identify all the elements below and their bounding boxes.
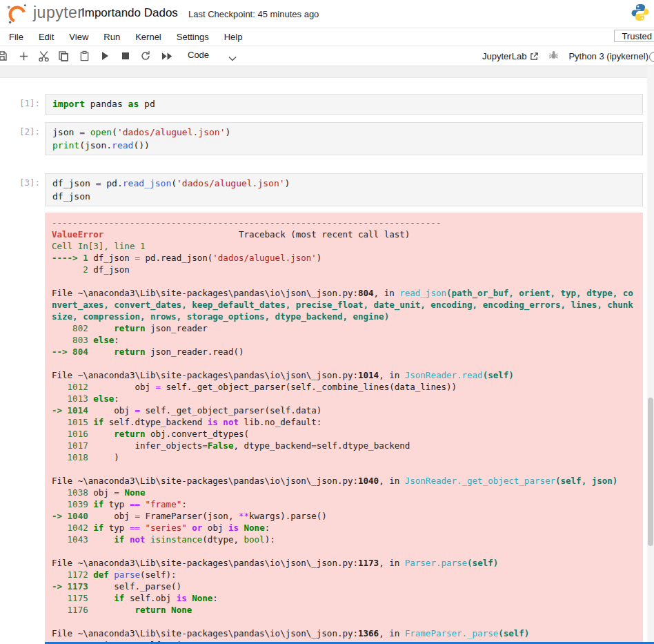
kernel-status-icon: [649, 52, 654, 62]
notebook-top-band: [0, 66, 654, 78]
code-line: import pandas as pd: [52, 97, 635, 110]
code-line: df_json: [52, 190, 635, 203]
menu-item-file[interactable]: File: [1, 32, 31, 42]
traceback: ----------------------------------------…: [45, 213, 643, 644]
paste-cell-button[interactable]: [77, 49, 91, 63]
add-cell-button[interactable]: [17, 49, 30, 63]
save-button[interactable]: [0, 49, 9, 63]
code-line: 1176 return None: [52, 604, 636, 616]
scrollbar-track[interactable]: [647, 66, 654, 644]
code-line: File ~\anaconda3\Lib\site-packages\panda…: [52, 369, 636, 381]
code-line: print(json.read()): [52, 139, 635, 152]
cut-cell-button[interactable]: [37, 49, 50, 63]
jupyter-logo-icon: [6, 3, 29, 25]
menu-items: FileEditViewRunKernelSettingsHelp: [1, 28, 250, 46]
code-line: [52, 616, 636, 627]
chevron-down-icon[interactable]: [228, 52, 237, 64]
code-line: ValueError Traceback (most recent call l…: [52, 228, 636, 240]
jupyterlab-link[interactable]: JupyterLab: [482, 51, 539, 61]
code-line: 803 else:: [52, 334, 636, 346]
external-link-icon: [530, 52, 539, 61]
cell-type-dropdown[interactable]: Code: [188, 50, 209, 60]
code-line: Cell In[3], line 1: [52, 240, 636, 252]
code-line: 1042 if typ == "series" or obj is None:: [52, 522, 636, 534]
trusted-button[interactable]: Trusted: [614, 30, 654, 42]
cell-3-prompt: [3]:: [0, 177, 40, 188]
cell-1-prompt: [1]:: [0, 98, 40, 108]
code-line: File ~\anaconda3\Lib\site-packages\panda…: [52, 287, 636, 322]
code-line: -> 1014 obj = self._get_object_parser(se…: [52, 404, 636, 416]
copy-cell-button[interactable]: [57, 49, 70, 63]
code-line: -> 1173 self._parse(): [52, 580, 636, 592]
cell-1-code: import pandas as pd: [46, 95, 642, 113]
code-line: 1017 infer_objects=False, dtype_backend=…: [52, 440, 636, 451]
python-logo-icon: [631, 3, 650, 22]
code-line: 1018 ): [52, 451, 636, 463]
code-line: [52, 275, 636, 287]
code-line: 1015 if self.dtype_backend is not lib.no…: [52, 416, 636, 428]
cell-3-input[interactable]: df_json = pd.read_json('dados/aluguel.js…: [45, 173, 643, 206]
cell-2-code: json = open('dados/aluguel.json')print(j…: [46, 123, 642, 155]
header: jupyter Importando Dados Last Checkpoint…: [0, 0, 654, 28]
code-line: 1038 obj = None: [52, 487, 636, 498]
cell-2-input[interactable]: json = open('dados/aluguel.json')print(j…: [45, 122, 643, 155]
menu-item-run[interactable]: Run: [96, 32, 128, 42]
code-line: [52, 545, 636, 557]
code-line: 802 return json_reader: [52, 322, 636, 334]
code-line: File ~\anaconda3\Lib\site-packages\panda…: [52, 627, 636, 639]
code-line: 1016 return obj.convert_dtypes(: [52, 428, 636, 440]
jupyter-wordmark: jupyter: [33, 3, 83, 22]
code-line: ----------------------------------------…: [52, 217, 636, 228]
code-line: [52, 358, 636, 369]
interrupt-kernel-button[interactable]: [119, 49, 132, 63]
checkpoint-label: Last Checkpoint: 45 minutes ago: [188, 9, 319, 19]
restart-run-all-button[interactable]: [160, 49, 174, 63]
code-line: df_json = pd.read_json('dados/aluguel.js…: [52, 177, 635, 190]
code-line: 1039 if typ == "frame":: [52, 498, 636, 510]
code-line: File ~\anaconda3\Lib\site-packages\panda…: [52, 475, 636, 487]
cell-toolbar: Code JupyterLab Python 3 (ipykernel): [0, 46, 654, 66]
cell-3-code: df_json = pd.read_json('dados/aluguel.js…: [46, 174, 642, 206]
code-line: 1172 def parse(self):: [52, 569, 636, 580]
notebook-title[interactable]: Importando Dados: [81, 6, 178, 20]
jupyter-notebook-window: jupyter Importando Dados Last Checkpoint…: [0, 0, 654, 644]
restart-kernel-button[interactable]: [139, 49, 152, 63]
menu-item-settings[interactable]: Settings: [169, 32, 217, 42]
code-line: 2 df_json: [52, 264, 636, 275]
code-line: [52, 463, 636, 475]
menu-item-help[interactable]: Help: [217, 32, 250, 42]
menu-item-edit[interactable]: Edit: [31, 32, 61, 42]
code-line: 1175 if self.obj is None:: [52, 592, 636, 604]
toolbar-right-group: JupyterLab Python 3 (ipykernel): [482, 46, 648, 66]
code-line: File ~\anaconda3\Lib\site-packages\panda…: [52, 557, 636, 569]
code-line: --> 804 return json_reader.read(): [52, 346, 636, 358]
menu-item-kernel[interactable]: Kernel: [128, 32, 169, 42]
code-line: json = open('dados/aluguel.json'): [52, 126, 635, 139]
jupyterlab-link-label: JupyterLab: [482, 51, 526, 61]
run-cell-button[interactable]: [98, 49, 112, 63]
code-line: 1013 else:: [52, 393, 636, 404]
code-line: ----> 1 df_json = pd.read_json('dados/al…: [52, 252, 636, 264]
code-line: -> 1040 obj = FrameParser(json, **kwargs…: [52, 510, 636, 522]
cell-2-prompt: [2]:: [0, 126, 40, 137]
code-line: 1012 obj = self._get_object_parser(self.…: [52, 381, 636, 393]
debugger-bug-icon[interactable]: [548, 50, 559, 63]
cell-1-input[interactable]: import pandas as pd: [45, 94, 643, 115]
error-output[interactable]: ----------------------------------------…: [45, 213, 643, 644]
menu-item-view[interactable]: View: [61, 32, 96, 42]
kernel-name[interactable]: Python 3 (ipykernel): [568, 51, 648, 61]
code-line: 1043 if not isinstance(dtype, bool):: [52, 534, 636, 545]
scrollbar-thumb[interactable]: [648, 398, 653, 546]
menu-bar: FileEditViewRunKernelSettingsHelp Truste…: [0, 28, 654, 46]
